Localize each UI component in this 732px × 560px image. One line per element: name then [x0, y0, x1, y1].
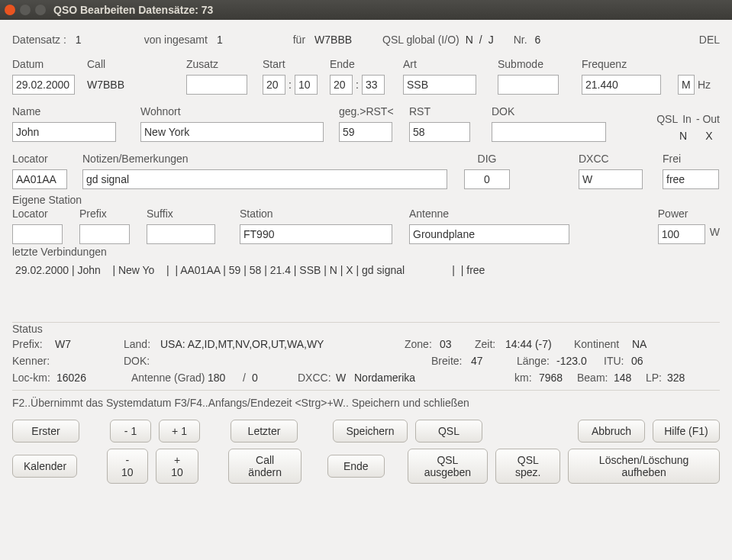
plus10-button[interactable]: + 10: [156, 449, 198, 484]
loeschen-button[interactable]: Löschen/Löschung aufheben: [568, 449, 720, 484]
start-m-input[interactable]: [295, 75, 318, 95]
status-km-value: 7968: [539, 372, 577, 384]
qsl-in-label: In: [682, 113, 692, 125]
last-connections-title: letzte Verbindungen: [12, 246, 111, 258]
rst-input[interactable]: [409, 122, 470, 142]
plus1-button[interactable]: + 1: [159, 420, 200, 443]
start-label: Start: [263, 58, 330, 70]
status-dxcc-label: DXCC:: [298, 372, 336, 384]
status-land-label: Land:: [124, 338, 160, 350]
nr-value: 6: [535, 34, 541, 46]
call-value: W7BBB: [87, 75, 186, 95]
datum-label: Datum: [12, 58, 87, 70]
frequenz-input[interactable]: [582, 75, 661, 95]
status-laenge-label: Länge:: [517, 355, 556, 367]
frei-label: Frei: [663, 153, 720, 165]
qslglobal-sep: /: [479, 34, 482, 46]
dok-input[interactable]: [492, 122, 606, 142]
minus10-button[interactable]: - 10: [107, 449, 148, 484]
art-input[interactable]: [403, 75, 476, 95]
close-icon[interactable]: [5, 5, 15, 15]
own-station-title: Eigene Station: [12, 194, 86, 206]
locator-label: Locator: [12, 153, 82, 165]
titlebar: QSO Bearbeiten Datensätze: 73: [0, 0, 732, 20]
status-lockm-value: 16026: [56, 372, 131, 384]
voninsgesamt-label: von ingesamt: [144, 34, 208, 46]
kalender-button[interactable]: Kalender: [12, 455, 77, 478]
fuer-value: W7BBB: [314, 34, 352, 46]
notizen-label: Notizen/Bemerkungen: [82, 153, 456, 165]
dxcc-input[interactable]: [579, 169, 643, 189]
minus1-button[interactable]: - 1: [110, 420, 151, 443]
ende-label: Ende: [330, 58, 403, 70]
status-breite-value: 47: [471, 355, 517, 367]
ende-h-input[interactable]: [330, 75, 353, 95]
status-dxcc-region: Nordamerika: [354, 372, 514, 384]
abbruch-button[interactable]: Abbruch: [578, 420, 645, 443]
fuer-label: für: [293, 34, 305, 46]
datensatz-label: Datensatz :: [12, 34, 66, 46]
minimize-icon[interactable]: [20, 5, 31, 15]
submode-input[interactable]: [498, 75, 559, 95]
status-itu-label: ITU:: [604, 355, 631, 367]
own-station-label: Station: [240, 208, 409, 220]
own-suffix-input[interactable]: [147, 224, 215, 244]
status-dok-label: DOK:: [124, 355, 160, 367]
qslspez-button[interactable]: QSL spez.: [495, 449, 560, 484]
notizen-input[interactable]: [82, 169, 447, 189]
hilfe-button[interactable]: Hilfe (F1): [653, 420, 720, 443]
own-station-input[interactable]: [240, 224, 392, 244]
own-suffix-label: Suffix: [147, 208, 240, 220]
qslausgeben-button[interactable]: QSL ausgeben: [408, 449, 489, 484]
callaendern-button[interactable]: Call ändern: [228, 449, 302, 484]
wohnort-input[interactable]: [140, 122, 324, 142]
hint-text: F2..Übernimmt das Systemdatum F3/F4..Anf…: [12, 397, 469, 409]
rstg-label: geg.>RST<: [339, 105, 409, 117]
name-label: Name: [12, 105, 140, 117]
status-zone-label: Zone:: [405, 338, 440, 350]
locator-input[interactable]: [12, 169, 67, 189]
dig-input[interactable]: [464, 169, 510, 189]
status-land-value: USA: AZ,ID,MT,NV,OR,UT,WA,WY: [160, 338, 405, 350]
status-beam-label: Beam:: [577, 372, 614, 384]
status-prefix-label: Prefix:: [12, 338, 55, 350]
rstg-input[interactable]: [339, 122, 392, 142]
status-beam-value: 148: [614, 372, 646, 384]
dok-label: DOK: [492, 105, 629, 117]
colon-icon: :: [353, 79, 362, 91]
frei-input[interactable]: [663, 169, 719, 189]
status-zeit-label: Zeit:: [475, 338, 505, 350]
status-zone-value: 03: [440, 338, 475, 350]
own-antenne-input[interactable]: [409, 224, 569, 244]
own-prefix-input[interactable]: [79, 224, 130, 244]
qsl-label: QSL: [656, 113, 678, 125]
call-label: Call: [87, 58, 186, 70]
own-antenne-label: Antenne: [409, 208, 650, 220]
frequenz-label: Frequenz: [582, 58, 678, 70]
status-group: Status Prefix: W7 Land: USA: AZ,ID,MT,NV…: [12, 326, 720, 384]
zusatz-input[interactable]: [186, 75, 247, 95]
status-kontinent-value: NA: [632, 338, 647, 350]
own-station-group: Eigene Station Locator Prefix Suffix Sta…: [12, 197, 720, 244]
ende-button[interactable]: Ende: [327, 455, 385, 478]
erster-button[interactable]: Erster: [12, 420, 79, 443]
name-input[interactable]: [12, 122, 116, 142]
datum-input[interactable]: [12, 75, 75, 95]
wohnort-label: Wohnort: [140, 105, 339, 117]
last-connections-group: letzte Verbindungen 29.02.2000 | John | …: [12, 249, 720, 316]
letzter-button[interactable]: Letzter: [231, 420, 298, 443]
ende-m-input[interactable]: [362, 75, 385, 95]
freq-unit-input[interactable]: [678, 75, 695, 95]
status-dxcc-value: W: [336, 372, 354, 384]
maximize-icon[interactable]: [35, 5, 46, 15]
status-laenge-value: -123.0: [556, 355, 604, 367]
own-locator-input[interactable]: [12, 224, 63, 244]
start-h-input[interactable]: [263, 75, 285, 95]
hz-label: Hz: [698, 79, 711, 91]
qsl-out-label: - Out: [696, 113, 720, 125]
status-title: Status: [12, 323, 47, 335]
submode-label: Submode: [498, 58, 582, 70]
speichern-button[interactable]: Speichern: [333, 420, 408, 443]
qsl-button[interactable]: QSL: [415, 420, 482, 443]
own-power-input[interactable]: [658, 224, 705, 244]
